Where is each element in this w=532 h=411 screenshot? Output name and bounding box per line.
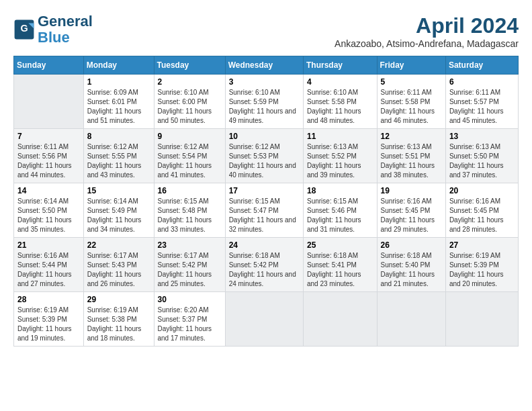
day-info: Sunrise: 6:16 AM Sunset: 5:45 PM Dayligh… [449, 197, 515, 234]
calendar-cell: 8 Sunrise: 6:12 AM Sunset: 5:55 PM Dayli… [83, 129, 154, 183]
day-number: 20 [449, 186, 515, 195]
day-info: Sunrise: 6:13 AM Sunset: 5:51 PM Dayligh… [381, 142, 442, 180]
calendar-cell: 28 Sunrise: 6:19 AM Sunset: 5:39 PM Dayl… [14, 292, 84, 347]
day-number: 22 [87, 240, 150, 250]
logo-icon: G [13, 19, 35, 40]
day-info: Sunrise: 6:12 AM Sunset: 5:54 PM Dayligh… [158, 142, 222, 180]
calendar-cell: 6 Sunrise: 6:11 AM Sunset: 5:57 PM Dayli… [445, 75, 518, 129]
day-info: Sunrise: 6:12 AM Sunset: 5:53 PM Dayligh… [229, 142, 300, 180]
calendar-cell: 23 Sunrise: 6:17 AM Sunset: 5:42 PM Dayl… [154, 238, 225, 292]
calendar-cell: 19 Sunrise: 6:16 AM Sunset: 5:45 PM Dayl… [377, 183, 445, 238]
logo: G GeneralBlue [13, 13, 93, 46]
calendar-cell: 20 Sunrise: 6:16 AM Sunset: 5:45 PM Dayl… [445, 183, 518, 238]
weekday-header-friday: Friday [377, 56, 445, 75]
calendar-cell: 3 Sunrise: 6:10 AM Sunset: 5:59 PM Dayli… [225, 75, 303, 129]
svg-text:G: G [20, 23, 28, 34]
calendar-cell: 7 Sunrise: 6:11 AM Sunset: 5:56 PM Dayli… [14, 129, 84, 183]
day-info: Sunrise: 6:15 AM Sunset: 5:48 PM Dayligh… [158, 197, 222, 234]
calendar-cell: 10 Sunrise: 6:12 AM Sunset: 5:53 PM Dayl… [225, 129, 303, 183]
day-number: 3 [229, 77, 300, 87]
day-number: 10 [229, 132, 300, 141]
day-number: 15 [87, 186, 150, 195]
calendar-cell: 11 Sunrise: 6:13 AM Sunset: 5:52 PM Dayl… [303, 129, 377, 183]
calendar-table: SundayMondayTuesdayWednesdayThursdayFrid… [13, 56, 519, 347]
calendar-week-row: 28 Sunrise: 6:19 AM Sunset: 5:39 PM Dayl… [14, 292, 519, 347]
day-info: Sunrise: 6:13 AM Sunset: 5:52 PM Dayligh… [307, 142, 373, 180]
day-info: Sunrise: 6:19 AM Sunset: 5:39 PM Dayligh… [17, 306, 80, 343]
calendar-cell: 30 Sunrise: 6:20 AM Sunset: 5:37 PM Dayl… [154, 292, 225, 347]
calendar-week-row: 7 Sunrise: 6:11 AM Sunset: 5:56 PM Dayli… [14, 129, 519, 183]
calendar-cell: 18 Sunrise: 6:15 AM Sunset: 5:46 PM Dayl… [303, 183, 377, 238]
day-number: 26 [381, 240, 442, 250]
day-info: Sunrise: 6:19 AM Sunset: 5:38 PM Dayligh… [87, 306, 150, 343]
calendar-cell [377, 292, 445, 347]
day-info: Sunrise: 6:12 AM Sunset: 5:55 PM Dayligh… [87, 142, 150, 180]
calendar-cell: 15 Sunrise: 6:14 AM Sunset: 5:49 PM Dayl… [83, 183, 154, 238]
day-number: 14 [17, 186, 80, 195]
calendar-cell [445, 292, 518, 347]
day-info: Sunrise: 6:17 AM Sunset: 5:43 PM Dayligh… [87, 251, 150, 289]
title-block: April 2024 Ankazoabo, Atsimo-Andrefana, … [335, 13, 519, 49]
calendar-cell: 12 Sunrise: 6:13 AM Sunset: 5:51 PM Dayl… [377, 129, 445, 183]
day-number: 24 [229, 240, 300, 250]
calendar-cell: 29 Sunrise: 6:19 AM Sunset: 5:38 PM Dayl… [83, 292, 154, 347]
day-number: 1 [87, 77, 150, 87]
calendar-cell: 16 Sunrise: 6:15 AM Sunset: 5:48 PM Dayl… [154, 183, 225, 238]
day-number: 5 [381, 77, 442, 87]
day-info: Sunrise: 6:19 AM Sunset: 5:39 PM Dayligh… [449, 251, 515, 289]
day-info: Sunrise: 6:13 AM Sunset: 5:50 PM Dayligh… [449, 142, 515, 180]
weekday-header-row: SundayMondayTuesdayWednesdayThursdayFrid… [14, 56, 519, 75]
day-number: 13 [449, 132, 515, 141]
weekday-header-wednesday: Wednesday [225, 56, 303, 75]
calendar-cell [303, 292, 377, 347]
weekday-header-tuesday: Tuesday [154, 56, 225, 75]
day-number: 19 [381, 186, 442, 195]
logo-text: GeneralBlue [38, 13, 93, 46]
day-number: 6 [449, 77, 515, 87]
day-number: 21 [17, 240, 80, 250]
weekday-header-sunday: Sunday [14, 56, 84, 75]
day-number: 18 [307, 186, 373, 195]
day-number: 28 [17, 295, 80, 304]
calendar-cell [225, 292, 303, 347]
calendar-cell: 22 Sunrise: 6:17 AM Sunset: 5:43 PM Dayl… [83, 238, 154, 292]
day-info: Sunrise: 6:10 AM Sunset: 5:59 PM Dayligh… [229, 88, 300, 126]
weekday-header-saturday: Saturday [445, 56, 518, 75]
calendar-cell: 2 Sunrise: 6:10 AM Sunset: 6:00 PM Dayli… [154, 75, 225, 129]
day-number: 23 [158, 240, 222, 250]
weekday-header-thursday: Thursday [303, 56, 377, 75]
day-number: 27 [449, 240, 515, 250]
calendar-cell: 24 Sunrise: 6:18 AM Sunset: 5:42 PM Dayl… [225, 238, 303, 292]
day-number: 9 [158, 132, 222, 141]
calendar-cell: 17 Sunrise: 6:15 AM Sunset: 5:47 PM Dayl… [225, 183, 303, 238]
calendar-cell: 9 Sunrise: 6:12 AM Sunset: 5:54 PM Dayli… [154, 129, 225, 183]
day-info: Sunrise: 6:10 AM Sunset: 5:58 PM Dayligh… [307, 88, 373, 126]
calendar-cell: 4 Sunrise: 6:10 AM Sunset: 5:58 PM Dayli… [303, 75, 377, 129]
calendar-cell: 14 Sunrise: 6:14 AM Sunset: 5:50 PM Dayl… [14, 183, 84, 238]
day-info: Sunrise: 6:15 AM Sunset: 5:46 PM Dayligh… [307, 197, 373, 234]
calendar-cell: 1 Sunrise: 6:09 AM Sunset: 6:01 PM Dayli… [83, 75, 154, 129]
calendar-cell: 21 Sunrise: 6:16 AM Sunset: 5:44 PM Dayl… [14, 238, 84, 292]
day-info: Sunrise: 6:11 AM Sunset: 5:56 PM Dayligh… [17, 142, 80, 180]
calendar-week-row: 21 Sunrise: 6:16 AM Sunset: 5:44 PM Dayl… [14, 238, 519, 292]
weekday-header-monday: Monday [83, 56, 154, 75]
day-number: 2 [158, 77, 222, 87]
calendar-week-row: 1 Sunrise: 6:09 AM Sunset: 6:01 PM Dayli… [14, 75, 519, 129]
day-number: 7 [17, 132, 80, 141]
day-info: Sunrise: 6:14 AM Sunset: 5:50 PM Dayligh… [17, 197, 80, 234]
day-info: Sunrise: 6:18 AM Sunset: 5:40 PM Dayligh… [381, 251, 442, 289]
day-number: 4 [307, 77, 373, 87]
location: Ankazoabo, Atsimo-Andrefana, Madagascar [335, 38, 519, 49]
month-title: April 2024 [335, 13, 519, 38]
day-info: Sunrise: 6:11 AM Sunset: 5:58 PM Dayligh… [381, 88, 442, 126]
day-info: Sunrise: 6:15 AM Sunset: 5:47 PM Dayligh… [229, 197, 300, 234]
day-number: 30 [158, 295, 222, 304]
day-number: 25 [307, 240, 373, 250]
day-number: 8 [87, 132, 150, 141]
calendar-cell: 26 Sunrise: 6:18 AM Sunset: 5:40 PM Dayl… [377, 238, 445, 292]
day-info: Sunrise: 6:16 AM Sunset: 5:45 PM Dayligh… [381, 197, 442, 234]
day-number: 11 [307, 132, 373, 141]
day-info: Sunrise: 6:14 AM Sunset: 5:49 PM Dayligh… [87, 197, 150, 234]
day-info: Sunrise: 6:18 AM Sunset: 5:41 PM Dayligh… [307, 251, 373, 289]
day-number: 12 [381, 132, 442, 141]
